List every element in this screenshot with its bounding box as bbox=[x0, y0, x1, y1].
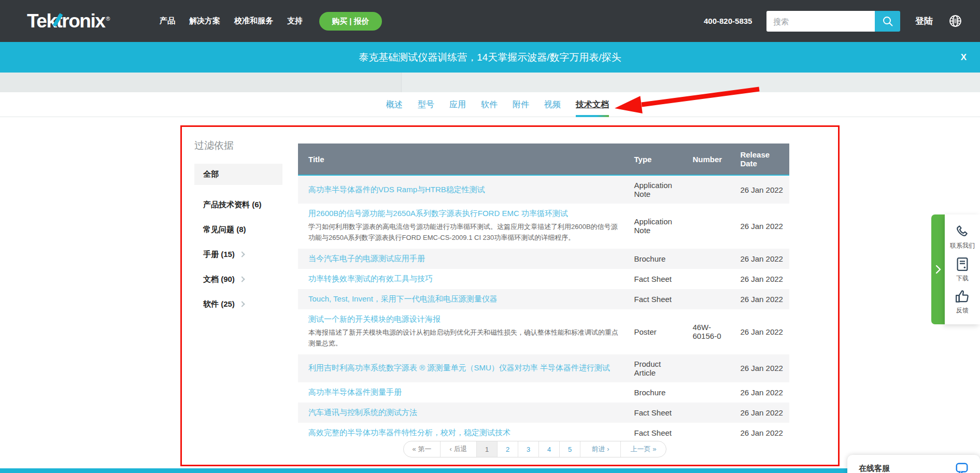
phone-number: 400-820-5835 bbox=[704, 0, 752, 42]
header-release-date: Release Date bbox=[734, 144, 789, 175]
filter-panel: 过滤依据 全部 产品技术资料 (6) 常见问题 (8) 手册 (15) 文档 (… bbox=[194, 139, 290, 309]
pagination-back[interactable]: ‹ 后退 bbox=[440, 441, 476, 457]
document-title-link[interactable]: Touch, Test, Invent，采用下一代电流和电压源测量仪器 bbox=[308, 294, 498, 304]
contact-side-widget: 联系我们 下载 反馈 bbox=[931, 214, 980, 324]
pagination-page-1[interactable]: 1 bbox=[476, 441, 497, 457]
document-date: 26 Jan 2022 bbox=[734, 289, 789, 309]
document-number bbox=[686, 204, 734, 249]
tab-technical-documents[interactable]: 技术文档 bbox=[576, 99, 609, 110]
datasheet-icon bbox=[955, 256, 970, 272]
pagination-page-3[interactable]: 3 bbox=[518, 441, 538, 457]
pagination: « 第一 ‹ 后退 1 2 3 4 5 前进 › 上一页 » bbox=[403, 441, 666, 457]
pagination-page-5[interactable]: 5 bbox=[559, 441, 580, 457]
menu-item-products[interactable]: 产品 bbox=[160, 16, 175, 26]
contact-us-button[interactable]: 联系我们 bbox=[950, 224, 975, 250]
documents-table-header: Title Type Number Release Date bbox=[298, 144, 789, 175]
filter-item-faq[interactable]: 常见问题 (8) bbox=[194, 225, 290, 235]
tab-videos[interactable]: 视频 bbox=[544, 99, 561, 110]
filter-item-all[interactable]: 全部 bbox=[194, 164, 282, 185]
feedback-button[interactable]: 反馈 bbox=[955, 289, 970, 315]
pagination-first[interactable]: « 第一 bbox=[404, 441, 440, 457]
table-row: 功率转换效率测试的有效工具与技巧 Fact Sheet 26 Jan 2022 bbox=[298, 269, 789, 289]
chevron-right-icon bbox=[239, 251, 245, 257]
document-number bbox=[686, 249, 734, 269]
menu-item-solutions[interactable]: 解决方案 bbox=[189, 16, 220, 26]
search-button[interactable] bbox=[875, 11, 900, 32]
document-title-link[interactable]: 高功率半导体器件的VDS Ramp与HTRB稳定性测试 bbox=[308, 185, 485, 195]
logo-registered-mark: ® bbox=[106, 16, 109, 22]
tab-software[interactable]: 软件 bbox=[481, 99, 498, 110]
downloads-button[interactable]: 下载 bbox=[955, 256, 970, 283]
document-title-link[interactable]: 高功率半导体器件测量手册 bbox=[308, 388, 402, 397]
buy-quote-button[interactable]: 购买 | 报价 bbox=[319, 12, 382, 31]
document-date: 26 Jan 2022 bbox=[734, 309, 789, 354]
live-chat-card[interactable]: 在线客服 bbox=[847, 455, 980, 473]
page-header-band-left bbox=[0, 73, 402, 92]
search-input[interactable] bbox=[766, 11, 875, 32]
document-number bbox=[686, 175, 734, 204]
document-date: 26 Jan 2022 bbox=[734, 249, 789, 269]
document-type: Fact Sheet bbox=[628, 289, 686, 309]
document-type: Brochure bbox=[628, 382, 686, 403]
thumbs-up-icon bbox=[955, 289, 970, 304]
table-row: 测试一个新的开关模块的电源设计海报 本海报描述了新开关模块电源的设计从初始启动到… bbox=[298, 309, 789, 354]
document-title-link[interactable]: 功率转换效率测试的有效工具与技巧 bbox=[308, 274, 433, 284]
tab-accessories[interactable]: 附件 bbox=[513, 99, 529, 110]
document-title-link[interactable]: 汽车通讯与控制系统的测试方法 bbox=[308, 408, 417, 418]
main-menu: 产品 解决方案 校准和服务 支持 bbox=[160, 0, 303, 42]
chevron-right-icon bbox=[239, 301, 245, 307]
table-row: 当今汽车电子的电源测试应用手册 Brochure 26 Jan 2022 bbox=[298, 249, 789, 269]
table-row: 利用吉时利高功率系统数字源表 ® 源测量单元（SMU）仪器对功率 半导体器件进行… bbox=[298, 354, 789, 382]
document-type: Product Article bbox=[628, 354, 686, 382]
document-number bbox=[686, 354, 734, 382]
pagination-last[interactable]: 上一页 » bbox=[620, 441, 666, 457]
document-date: 26 Jan 2022 bbox=[734, 403, 789, 423]
document-title-link[interactable]: 用2600B的信号源功能与2650A系列数字源表执行FORD EMC 功率循环测… bbox=[308, 209, 568, 219]
pagination-next[interactable]: 前进 › bbox=[580, 441, 620, 457]
chevron-right-icon bbox=[934, 264, 942, 275]
tab-models[interactable]: 型号 bbox=[418, 99, 434, 110]
filter-item-software[interactable]: 软件 (25) bbox=[194, 299, 290, 309]
tab-applications[interactable]: 应用 bbox=[449, 99, 466, 110]
document-date: 26 Jan 2022 bbox=[734, 175, 789, 204]
document-date: 26 Jan 2022 bbox=[734, 382, 789, 403]
document-date: 26 Jan 2022 bbox=[734, 204, 789, 249]
header-title: Title bbox=[298, 144, 628, 175]
document-number bbox=[686, 382, 734, 403]
document-number: 46W-60156-0 bbox=[686, 309, 734, 354]
pagination-page-2[interactable]: 2 bbox=[497, 441, 518, 457]
filter-item-manuals[interactable]: 手册 (15) bbox=[194, 250, 290, 260]
live-chat-label: 在线客服 bbox=[859, 464, 955, 473]
document-title-link[interactable]: 当今汽车电子的电源测试应用手册 bbox=[308, 254, 425, 264]
globe-icon[interactable] bbox=[949, 15, 962, 27]
header-number: Number bbox=[686, 144, 734, 175]
header-type: Type bbox=[628, 144, 686, 175]
filter-item-documents[interactable]: 文档 (90) bbox=[194, 275, 290, 284]
promo-banner: 泰克基础测试仪器训练营，14天掌握示波器/数字万用表/探头 X bbox=[0, 42, 980, 73]
table-row: 汽车通讯与控制系统的测试方法 Fact Sheet 26 Jan 2022 bbox=[298, 403, 789, 423]
table-row: 用2600B的信号源功能与2650A系列数字源表执行FORD EMC 功率循环测… bbox=[298, 204, 789, 249]
document-type: Poster bbox=[628, 309, 686, 354]
document-title-link[interactable]: 利用吉时利高功率系统数字源表 ® 源测量单元（SMU）仪器对功率 半导体器件进行… bbox=[308, 363, 610, 373]
filter-item-product-datasheets[interactable]: 产品技术资料 (6) bbox=[194, 200, 290, 210]
page-header-band bbox=[0, 73, 980, 92]
product-tab-bar: 概述 型号 应用 软件 附件 视频 技术文档 bbox=[0, 92, 980, 117]
close-icon[interactable]: X bbox=[961, 42, 967, 73]
document-date: 26 Jan 2022 bbox=[734, 269, 789, 289]
bottom-accent-strip bbox=[0, 468, 980, 473]
menu-item-calibration-services[interactable]: 校准和服务 bbox=[234, 16, 273, 26]
document-title-link[interactable]: 高效完整的半导体功率器件特性分析，校对，稳定测试技术 bbox=[308, 428, 510, 438]
tab-overview[interactable]: 概述 bbox=[386, 99, 403, 110]
document-title-link[interactable]: 测试一个新的开关模块的电源设计海报 bbox=[308, 314, 441, 324]
tektronix-logo[interactable]: Tektronix® bbox=[27, 10, 109, 32]
filter-heading: 过滤依据 bbox=[194, 139, 290, 152]
login-link[interactable]: 登陆 bbox=[915, 0, 933, 42]
document-number bbox=[686, 403, 734, 423]
document-date: 26 Jan 2022 bbox=[734, 354, 789, 382]
document-type: Fact Sheet bbox=[628, 423, 686, 443]
promo-banner-text[interactable]: 泰克基础测试仪器训练营，14天掌握示波器/数字万用表/探头 bbox=[0, 42, 980, 73]
menu-item-support[interactable]: 支持 bbox=[287, 16, 303, 26]
pagination-page-4[interactable]: 4 bbox=[538, 441, 559, 457]
doc-table-body: 高功率半导体器件的VDS Ramp与HTRB稳定性测试 Application … bbox=[298, 175, 789, 443]
side-widget-collapse-handle[interactable] bbox=[931, 214, 945, 324]
